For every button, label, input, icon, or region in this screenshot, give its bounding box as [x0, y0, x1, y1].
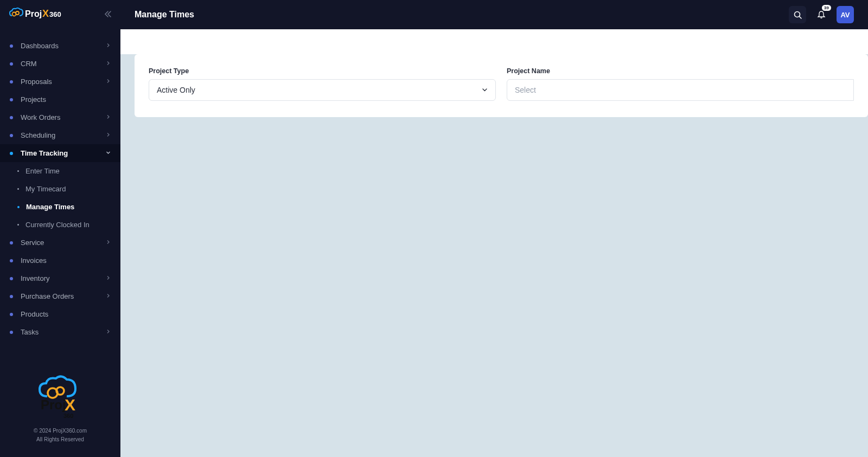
sidebar-collapse-button[interactable]	[104, 10, 112, 20]
sidebar-item-label: CRM	[21, 60, 37, 68]
sidebar-subitem-label: Manage Times	[26, 203, 74, 211]
project-name-placeholder: Select	[515, 86, 536, 94]
sidebar-subitem-label: My Timecard	[25, 185, 66, 193]
chevron-right-icon	[106, 240, 111, 246]
notifications-button[interactable]: 39	[813, 6, 830, 23]
nav-dot-icon	[10, 62, 13, 66]
sidebar-item-label: Products	[21, 310, 48, 318]
sidebar-item-label: Invoices	[21, 256, 47, 265]
sidebar-subitem-enter-time[interactable]: Enter Time	[0, 162, 120, 180]
sidebar-header: Proj X 360	[0, 0, 120, 29]
svg-text:X: X	[42, 8, 49, 19]
sidebar-subitem-currently-clocked-in[interactable]: Currently Clocked In	[0, 216, 120, 234]
project-name-select[interactable]: Select	[507, 79, 854, 101]
sub-dot-icon	[17, 188, 19, 190]
sidebar-item-crm[interactable]: CRM	[0, 55, 120, 73]
nav-dot-icon	[10, 44, 13, 48]
project-type-label: Project Type	[149, 67, 496, 75]
search-icon	[794, 11, 802, 19]
chevron-down-icon	[482, 87, 488, 94]
sidebar-footer: Proj X 360 © 2024 ProjX360.com All Right…	[0, 366, 120, 457]
nav-dot-icon	[10, 241, 13, 244]
sidebar-item-label: Proposals	[21, 78, 52, 86]
svg-point-1	[16, 11, 19, 15]
chevron-right-icon	[106, 114, 111, 120]
search-button[interactable]	[789, 6, 806, 23]
sidebar-item-projects[interactable]: Projects	[0, 91, 120, 108]
topbar-actions: 39 AV	[789, 6, 854, 23]
avatar[interactable]: AV	[837, 6, 854, 23]
sidebar-item-label: Inventory	[21, 274, 49, 282]
topbar: Manage Times 39 AV	[120, 0, 868, 29]
svg-text:X: X	[65, 396, 75, 414]
chevron-right-icon	[106, 293, 111, 299]
sidebar-item-tasks[interactable]: Tasks	[0, 323, 120, 341]
nav-dot-icon	[10, 277, 13, 280]
nav-dot-icon	[10, 80, 13, 83]
sidebar-subitem-manage-times[interactable]: Manage Times	[0, 198, 120, 216]
nav-dot-icon	[10, 331, 13, 334]
chevron-right-icon	[106, 79, 111, 85]
svg-text:360: 360	[49, 10, 61, 18]
brand-logo: Proj X 360	[9, 6, 74, 23]
sidebar-item-label: Purchase Orders	[21, 292, 74, 300]
sidebar-item-label: Scheduling	[21, 131, 55, 139]
sidebar-item-proposals[interactable]: Proposals	[0, 73, 120, 91]
sidebar-item-invoices[interactable]: Invoices	[0, 252, 120, 269]
bell-icon	[817, 10, 826, 19]
sidebar-item-purchase-orders[interactable]: Purchase Orders	[0, 287, 120, 305]
sidebar-subitem-label: Currently Clocked In	[25, 221, 90, 229]
project-type-field: Project Type Active Only	[149, 67, 496, 101]
content: Project Type Active Only Project Name Se…	[120, 54, 868, 117]
sub-dot-icon	[17, 170, 19, 172]
sidebar-subitem-label: Enter Time	[25, 167, 60, 175]
project-type-value: Active Only	[157, 86, 195, 94]
sidebar-item-scheduling[interactable]: Scheduling	[0, 126, 120, 144]
sidebar-item-service[interactable]: Service	[0, 234, 120, 252]
sub-dot-icon	[17, 206, 20, 208]
sub-dot-icon	[17, 224, 19, 226]
svg-text:360: 360	[63, 413, 73, 419]
sidebar-item-label: Service	[21, 239, 44, 247]
notification-badge: 39	[822, 5, 831, 11]
sidebar-item-label: Dashboards	[21, 42, 59, 50]
footer-copyright: © 2024 ProjX360.com	[0, 427, 120, 435]
nav-dot-icon	[10, 98, 13, 101]
sidebar-item-dashboards[interactable]: Dashboards	[0, 37, 120, 55]
main: Manage Times 39 AV Project Type Active O…	[120, 0, 868, 457]
project-name-label: Project Name	[507, 67, 854, 75]
svg-line-11	[799, 16, 801, 18]
nav-dot-icon	[10, 134, 13, 137]
sidebar-subitems: Enter TimeMy TimecardManage TimesCurrent…	[0, 162, 120, 234]
nav-dot-icon	[10, 313, 13, 316]
chevron-right-icon	[106, 43, 111, 49]
footer-rights: All Rights Reserved	[0, 435, 120, 444]
page-title: Manage Times	[135, 10, 194, 20]
chevron-double-left-icon	[104, 10, 112, 18]
filters-card: Project Type Active Only Project Name Se…	[135, 54, 868, 117]
sidebar-item-label: Projects	[21, 95, 46, 104]
svg-text:Proj: Proj	[41, 397, 66, 412]
footer-logo: Proj X 360	[0, 375, 120, 422]
nav-dot-icon	[10, 152, 13, 155]
sidebar: Proj X 360 DashboardsCRMProposalsProject…	[0, 0, 120, 457]
sidebar-nav: DashboardsCRMProposalsProjectsWork Order…	[0, 29, 120, 366]
sidebar-item-work-orders[interactable]: Work Orders	[0, 108, 120, 126]
sidebar-item-label: Tasks	[21, 328, 39, 336]
sidebar-item-label: Time Tracking	[21, 149, 68, 157]
chevron-right-icon	[106, 61, 111, 67]
nav-dot-icon	[10, 259, 13, 262]
sidebar-item-products[interactable]: Products	[0, 305, 120, 323]
sidebar-item-time-tracking[interactable]: Time Tracking	[0, 144, 120, 162]
nav-dot-icon	[10, 295, 13, 298]
sidebar-item-label: Work Orders	[21, 113, 60, 121]
sidebar-subitem-my-timecard[interactable]: My Timecard	[0, 180, 120, 198]
svg-text:Proj: Proj	[25, 9, 42, 18]
sub-header-strip	[120, 29, 868, 54]
sidebar-item-inventory[interactable]: Inventory	[0, 269, 120, 287]
chevron-right-icon	[106, 275, 111, 281]
project-type-select[interactable]: Active Only	[149, 79, 496, 101]
chevron-right-icon	[106, 329, 111, 335]
chevron-right-icon	[106, 132, 111, 138]
nav-dot-icon	[10, 116, 13, 119]
